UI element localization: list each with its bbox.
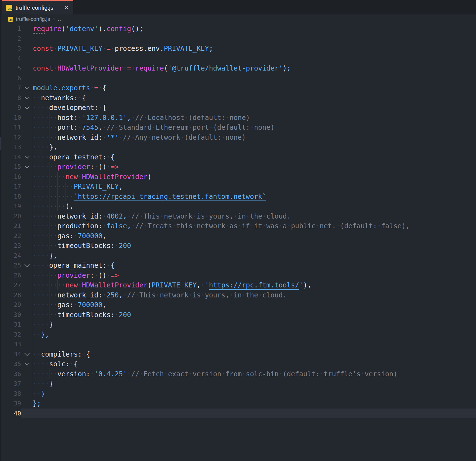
code-line-13[interactable]: 13····},	[0, 142, 476, 152]
code-text: ······gas:·700000,	[33, 300, 476, 310]
code-line-32[interactable]: 32··},	[0, 330, 476, 340]
fold-margin	[21, 399, 33, 409]
code-line-14[interactable]: 14····opera_testnet:·{	[0, 152, 476, 162]
code-line-29[interactable]: 29······gas:·700000,	[0, 300, 476, 310]
code-line-23[interactable]: 23······timeoutBlocks:·200	[0, 241, 476, 251]
code-line-16[interactable]: 16········new·HDWalletProvider(	[0, 172, 476, 182]
line-number: 9	[0, 103, 21, 113]
code-line-30[interactable]: 30······timeoutBlocks:·200	[0, 310, 476, 320]
code-line-38[interactable]: 38··}	[0, 389, 476, 399]
fold-margin	[21, 339, 33, 349]
fold-chevron-icon[interactable]	[21, 93, 33, 103]
code-text: };	[33, 399, 476, 409]
fold-margin	[21, 280, 33, 290]
chevron-right-icon: ›	[53, 16, 55, 22]
code-line-26[interactable]: 26······provider:·()·=>	[0, 270, 476, 280]
fold-margin	[21, 24, 33, 34]
fold-chevron-icon[interactable]	[21, 83, 33, 93]
code-line-36[interactable]: 36······version:·'0.4.25'·//·Fetch·exact…	[0, 369, 476, 379]
line-number: 36	[0, 369, 21, 379]
line-number: 12	[0, 132, 21, 142]
code-line-34[interactable]: 34··compilers:·{	[0, 349, 476, 359]
code-line-1[interactable]: 1require('dotenv').config();	[0, 24, 476, 34]
code-text: ····solc:·{	[33, 359, 476, 369]
fold-chevron-icon[interactable]	[21, 359, 33, 369]
fold-margin	[21, 389, 33, 399]
code-line-3[interactable]: 3const·PRIVATE_KEY·=·process.env.PRIVATE…	[0, 44, 476, 54]
code-text: ····}	[33, 320, 476, 330]
code-text: module.exports·=·{	[33, 83, 476, 93]
code-line-19[interactable]: 19········),	[0, 201, 476, 211]
line-number: 26	[0, 270, 21, 280]
code-line-6[interactable]: 6	[0, 73, 476, 83]
line-number: 2	[0, 34, 21, 44]
code-line-5[interactable]: 5const·HDWalletProvider·=·require('@truf…	[0, 63, 476, 73]
code-text: ····},	[33, 142, 476, 152]
code-line-7[interactable]: 7module.exports·=·{	[0, 83, 476, 93]
code-line-25[interactable]: 25····opera_mainnet:·{	[0, 260, 476, 270]
code-text: const·PRIVATE_KEY·=·process.env.PRIVATE_…	[33, 44, 476, 54]
tab-title: truffle-config.js	[16, 4, 59, 11]
left-edge-sash[interactable]	[0, 137, 1, 150]
code-line-31[interactable]: 31····}	[0, 320, 476, 330]
editor[interactable]: 1require('dotenv').config();23const·PRIV…	[0, 24, 476, 461]
breadcrumb-item-ellipsis[interactable]: …	[58, 16, 63, 22]
code-line-28[interactable]: 28······network_id:·250,·//·This·network…	[0, 290, 476, 300]
code-editor-window: JS truffle-config.js ✕ JS truffle-config…	[0, 0, 476, 461]
fold-margin	[21, 172, 33, 182]
fold-chevron-icon[interactable]	[21, 103, 33, 113]
code-text: ··}	[33, 389, 476, 399]
code-text: ······port:·7545,·//·Standard·Ethereum·p…	[33, 122, 476, 132]
fold-margin	[21, 310, 33, 320]
fold-margin	[21, 122, 33, 132]
code-line-17[interactable]: 17··········PRIVATE_KEY,	[0, 182, 476, 192]
code-line-15[interactable]: 15······provider:·()·=>	[0, 162, 476, 172]
fold-chevron-icon[interactable]	[21, 152, 33, 162]
breadcrumb-item-file[interactable]: truffle-config.js	[16, 16, 50, 22]
code-text	[33, 409, 476, 419]
code-line-22[interactable]: 22······gas:·700000,	[0, 231, 476, 241]
fold-margin	[21, 270, 33, 280]
code-text: ········new·HDWalletProvider(	[33, 172, 476, 182]
close-tab-icon[interactable]: ✕	[63, 4, 70, 11]
code-text: ······host:·'127.0.0.1',·//·Localhost·(d…	[33, 113, 476, 123]
code-line-37[interactable]: 37····}	[0, 379, 476, 389]
fold-margin	[21, 320, 33, 330]
code-text: ······timeoutBlocks:·200	[33, 310, 476, 320]
code-line-9[interactable]: 9····development:·{	[0, 103, 476, 113]
code-line-11[interactable]: 11······port:·7545,·//·Standard·Ethereum…	[0, 122, 476, 132]
code-text: ······provider:·()·=>	[33, 162, 476, 172]
fold-margin	[21, 290, 33, 300]
code-line-2[interactable]: 2	[0, 34, 476, 44]
tab-truffle-config[interactable]: JS truffle-config.js ✕	[2, 0, 73, 14]
code-line-33[interactable]: 33	[0, 339, 476, 349]
fold-margin	[21, 113, 33, 123]
line-number: 34	[0, 349, 21, 359]
code-line-24[interactable]: 24····},	[0, 251, 476, 261]
code-text: ······timeoutBlocks:·200	[33, 241, 476, 251]
fold-margin	[21, 132, 33, 142]
code-text: ··},	[33, 330, 476, 340]
code-line-39[interactable]: 39};	[0, 399, 476, 409]
code-line-4[interactable]: 4	[0, 54, 476, 64]
code-line-27[interactable]: 27········new·HDWalletProvider(PRIVATE_K…	[0, 280, 476, 290]
code-text: ··networks:·{	[33, 93, 476, 103]
code-text: ····opera_testnet:·{	[33, 152, 476, 162]
code-line-12[interactable]: 12······network_id:·'*'·//·Any·network·(…	[0, 132, 476, 142]
code-line-10[interactable]: 10······host:·'127.0.0.1',·//·Localhost·…	[0, 113, 476, 123]
fold-chevron-icon[interactable]	[21, 349, 33, 359]
code-line-21[interactable]: 21······production:·false,·//·Treats·thi…	[0, 221, 476, 231]
code-text	[33, 54, 476, 64]
line-number: 4	[0, 54, 21, 64]
code-line-8[interactable]: 8··networks:·{	[0, 93, 476, 103]
code-line-20[interactable]: 20······network_id:·4002,·//·This·networ…	[0, 211, 476, 221]
line-number: 31	[0, 320, 21, 330]
code-line-35[interactable]: 35····solc:·{	[0, 359, 476, 369]
fold-margin	[21, 54, 33, 64]
code-line-40[interactable]: 40	[0, 409, 476, 419]
line-number: 21	[0, 221, 21, 231]
line-number: 32	[0, 330, 21, 340]
fold-chevron-icon[interactable]	[21, 162, 33, 172]
fold-chevron-icon[interactable]	[21, 260, 33, 270]
code-line-18[interactable]: 18··········`https://rpcapi-tracing.test…	[0, 192, 476, 202]
